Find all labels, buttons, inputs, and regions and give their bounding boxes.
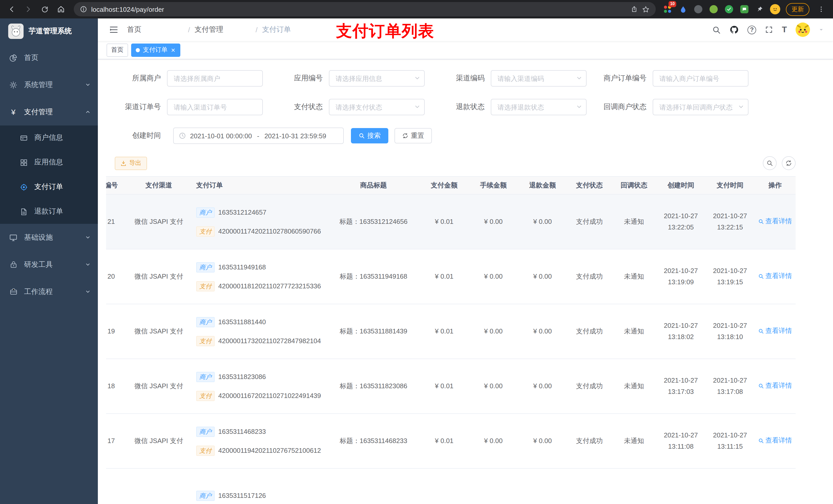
forward-icon [24, 5, 32, 13]
dashboard-icon [9, 53, 18, 62]
update-button[interactable]: 更新 [786, 3, 809, 16]
filter-label: 所属商户 [104, 74, 161, 83]
active-tab-dot [136, 48, 140, 52]
pay-status-select[interactable] [329, 99, 425, 115]
font-size-icon[interactable]: T [782, 25, 787, 34]
search-icon[interactable] [712, 25, 721, 34]
collapse-sidebar-icon[interactable] [109, 25, 118, 34]
toggle-search-button[interactable] [763, 156, 777, 170]
close-tab-icon[interactable] [171, 47, 176, 52]
chevron-down-icon [85, 82, 91, 88]
app-select[interactable] [329, 70, 425, 87]
reload-button[interactable] [38, 3, 51, 16]
sidebar-item-app-info[interactable]: 应用信息 [0, 150, 98, 175]
card-icon [20, 134, 28, 142]
clock-icon [179, 132, 186, 139]
forward-button[interactable] [22, 3, 35, 16]
refresh-table-button[interactable] [782, 156, 795, 170]
sidebar-item-workflow[interactable]: 工作流程 [0, 278, 98, 305]
main-content: 所属商户 应用编号 渠道编码 商户订单编号 渠道订单号 [98, 59, 833, 504]
table-row: 商户1635311517126 [106, 469, 795, 504]
filter-field-channel-code: 渠道编码 [428, 70, 590, 87]
help-icon[interactable]: ? [747, 25, 756, 34]
pay-tag: 支付 [196, 446, 215, 456]
table-header: 编号 支付渠道 支付订单 商品标题 支付金额 手续金额 退款金额 支付状态 回调… [106, 176, 795, 195]
avatar-caret-icon[interactable] [819, 27, 824, 32]
tab-home[interactable]: 首页 [106, 43, 128, 56]
url-text[interactable]: localhost:1024/pay/order [91, 5, 164, 13]
table-row: 18 微信 JSAPI 支付 商户1635311823086 支付4200001… [106, 359, 795, 414]
reset-button[interactable]: 重置 [395, 128, 432, 143]
table-row: 21 微信 JSAPI 支付 商户1635312124657 支付4200001… [106, 195, 795, 249]
notify-status-select[interactable] [653, 99, 748, 115]
fullscreen-icon[interactable] [765, 26, 773, 34]
view-detail-link[interactable]: 查看详情 [758, 436, 792, 446]
sidebar-item-dev-tools[interactable]: 研发工具 [0, 251, 98, 278]
site-info-icon[interactable] [80, 6, 87, 13]
home-icon [57, 5, 65, 13]
sidebar-item-refund-order[interactable]: 退款订单 [0, 199, 98, 224]
filter-form: 所属商户 应用编号 渠道编码 商户订单编号 渠道订单号 [98, 70, 833, 115]
refresh-icon [785, 160, 792, 166]
view-detail-link[interactable]: 查看详情 [758, 326, 792, 336]
home-button[interactable] [54, 3, 68, 16]
breadcrumb-payment[interactable]: 支付管理 [195, 25, 251, 34]
pay-tag: 支付 [196, 226, 215, 236]
merchant-tag: 商户 [196, 371, 215, 382]
search-button[interactable]: 搜索 [351, 128, 388, 143]
view-detail-link[interactable]: 查看详情 [758, 216, 792, 226]
user-avatar[interactable] [795, 23, 810, 37]
profile-avatar[interactable] [769, 4, 781, 15]
date-start-value[interactable]: 2021-10-01 00:00:00 [190, 132, 252, 140]
tab-pay-order[interactable]: 支付订单 [131, 43, 180, 56]
browser-menu-icon[interactable] [814, 3, 828, 16]
sidebar-item-home[interactable]: 首页 [0, 44, 98, 71]
extension-icon-5[interactable] [723, 4, 735, 15]
channel-order-no-input[interactable] [167, 99, 263, 115]
sidebar-item-infrastructure[interactable]: 基础设施 [0, 224, 98, 251]
channel-code-select[interactable] [491, 70, 587, 87]
filter-field-notify-status: 回调商户状态 [590, 99, 752, 115]
sidebar-item-system[interactable]: 系统管理 [0, 71, 98, 98]
breadcrumb-home[interactable]: 首页 [127, 25, 184, 34]
annotation-title: 支付订单列表 [336, 21, 434, 42]
sidebar-item-pay-order[interactable]: 支付订单 [0, 175, 98, 199]
github-icon[interactable] [730, 25, 739, 34]
view-detail-link[interactable]: 查看详情 [758, 381, 792, 391]
share-icon[interactable] [630, 6, 638, 13]
view-detail-link[interactable]: 查看详情 [758, 271, 792, 282]
merchant-order-no-input[interactable] [653, 70, 748, 87]
chevron-down-icon [85, 289, 91, 294]
browser-toolbar: localhost:1024/pay/order 10 [0, 0, 833, 19]
extension-icon-4[interactable] [708, 4, 719, 15]
extension-icon-3[interactable] [693, 4, 704, 15]
browser-window: localhost:1024/pay/order 10 [0, 0, 833, 504]
yen-icon: ¥ [9, 107, 18, 116]
extension-icon-6[interactable] [739, 4, 750, 15]
refund-status-select[interactable] [491, 99, 587, 115]
search-icon [758, 273, 764, 279]
search-icon [758, 383, 764, 389]
sidebar-item-merchant-info[interactable]: 商户信息 [0, 125, 98, 150]
date-range-picker[interactable]: 2021-10-01 00:00:00 - 2021-10-31 23:59:5… [173, 127, 344, 144]
pin-extension-icon[interactable] [754, 4, 765, 15]
gear-icon [9, 81, 18, 89]
sidebar-item-payment[interactable]: ¥ 支付管理 [0, 98, 98, 125]
date-end-value[interactable]: 2021-10-31 23:59:59 [264, 132, 326, 140]
monitor-icon [9, 233, 18, 241]
download-icon [120, 160, 126, 166]
back-icon [8, 5, 16, 13]
lock-icon [9, 261, 18, 268]
filter-label: 商户订单编号 [590, 74, 646, 83]
export-button[interactable]: 导出 [115, 157, 147, 170]
aim-icon [20, 183, 28, 191]
extension-icon-1[interactable]: 10 [662, 4, 673, 15]
extension-icon-2[interactable] [677, 4, 689, 15]
bookmark-star-icon[interactable] [642, 5, 649, 13]
address-bar[interactable]: localhost:1024/pay/order [74, 2, 656, 16]
chevron-down-icon [85, 262, 91, 267]
back-button[interactable] [5, 3, 19, 16]
merchant-input[interactable] [167, 70, 263, 87]
pay-tag: 支付 [196, 281, 215, 291]
filter-field-merchant-order-no: 商户订单编号 [590, 70, 752, 87]
